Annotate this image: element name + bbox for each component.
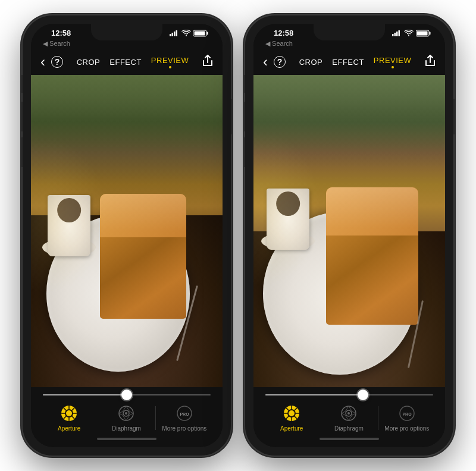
svg-text:PRO: PRO: [402, 412, 412, 416]
status-left-right: 12:58: [268, 29, 293, 37]
aperture-icon-left: [60, 404, 79, 423]
aperture-label-left: Aperture: [58, 425, 80, 432]
photo-canvas-left: [31, 75, 223, 387]
svg-rect-25: [399, 30, 400, 36]
svg-rect-3: [176, 30, 178, 36]
diaphragm-label-right: Diaphragm: [334, 425, 364, 432]
volume-up-button-right: [243, 102, 245, 131]
volume-down-button: [20, 137, 23, 167]
pro-label-left: More pro options: [162, 425, 206, 432]
pro-svg-left: PRO: [176, 405, 193, 422]
top-nav-right: ‹ ? CROP EFFECT PREVIEW: [253, 50, 445, 75]
battery-icon: [193, 30, 208, 37]
diaphragm-tool-left[interactable]: Diaphragm: [98, 404, 155, 432]
phone-screen-left: 12:58: [31, 24, 223, 447]
nav-left-left: ‹ ?: [40, 54, 63, 70]
pastry-shine-right: [326, 187, 418, 325]
pro-icon-container-left: PRO: [175, 404, 194, 423]
svg-rect-23: [394, 33, 396, 36]
aperture-icon-right: [282, 404, 301, 423]
slider-fill-right: [265, 394, 363, 395]
phone-left: 12:58: [23, 15, 231, 456]
svg-text:PRO: PRO: [180, 412, 189, 416]
crop-tab-right[interactable]: CROP: [299, 58, 323, 67]
tools-row-left: Aperture Diaphragm: [31, 404, 223, 434]
svg-rect-28: [417, 31, 428, 35]
light-right: [253, 131, 321, 288]
svg-point-41: [347, 412, 350, 415]
photo-bg-left: [31, 75, 223, 387]
crop-tab-left[interactable]: CROP: [77, 58, 101, 67]
svg-rect-5: [207, 32, 208, 34]
photo-area-left: [31, 75, 223, 387]
status-right-right: [392, 30, 431, 37]
help-button-left[interactable]: ?: [51, 56, 63, 68]
effect-tab-left[interactable]: EFFECT: [109, 58, 142, 67]
volume-down-button-right: [243, 137, 245, 167]
share-button-left[interactable]: [202, 55, 213, 69]
nav-center-right: CROP EFFECT PREVIEW: [299, 56, 412, 68]
mute-button-right: [243, 75, 245, 93]
power-button-right: [453, 99, 456, 134]
diaphragm-icon-container-right: [339, 404, 358, 423]
time-right: 12:58: [268, 29, 293, 37]
back-button-right[interactable]: ‹: [263, 54, 268, 70]
svg-rect-24: [396, 32, 398, 36]
notch-left: [91, 24, 162, 40]
help-button-right[interactable]: ?: [274, 56, 286, 68]
svg-rect-22: [392, 34, 394, 36]
slider-thumb-right[interactable]: [358, 390, 368, 400]
diaphragm-label-left: Diaphragm: [112, 425, 141, 432]
home-indicator-right: [320, 438, 379, 440]
aperture-tool-right[interactable]: Aperture: [263, 404, 320, 432]
light-left: [31, 137, 108, 294]
pro-icon-container-right: PRO: [397, 404, 416, 423]
svg-point-19: [125, 412, 127, 415]
home-indicator-left: [97, 438, 156, 440]
svg-rect-6: [195, 31, 205, 35]
pro-tool-right[interactable]: PRO More pro options: [378, 404, 436, 432]
nav-center-left: CROP EFFECT PREVIEW: [77, 56, 189, 68]
aperture-tool-left[interactable]: Aperture: [40, 404, 98, 432]
phone-screen-right: 12:58: [253, 24, 445, 447]
diaphragm-tool-right[interactable]: Diaphragm: [320, 404, 377, 432]
volume-up-button: [20, 102, 23, 131]
signal-icon-right: [392, 30, 402, 36]
slider-track-left[interactable]: [43, 394, 211, 395]
pro-svg-right: PRO: [399, 405, 415, 422]
photo-bg-right: [253, 75, 445, 387]
notch-right: [314, 24, 385, 40]
back-button-left[interactable]: ‹: [40, 54, 45, 70]
time-left: 12:58: [45, 29, 71, 37]
preview-tab-right[interactable]: PREVIEW: [374, 56, 411, 68]
tools-row-right: Aperture Diaphragm: [253, 404, 445, 434]
nav-left-right: ‹ ?: [263, 54, 286, 70]
phone-right: 12:58: [245, 15, 453, 456]
photo-canvas-right: [253, 75, 445, 387]
pastry-shine-left: [100, 194, 186, 319]
slider-track-right[interactable]: [265, 394, 433, 395]
share-button-right[interactable]: [425, 55, 436, 69]
slider-fill-left: [43, 394, 127, 395]
photo-area-right: [253, 75, 445, 387]
effect-tab-right[interactable]: EFFECT: [332, 58, 364, 67]
diaphragm-svg-left: [118, 405, 134, 422]
pro-tool-left[interactable]: PRO More pro options: [156, 404, 213, 432]
wifi-icon: [181, 30, 191, 36]
slider-thumb-left[interactable]: [121, 390, 132, 400]
aperture-label-right: Aperture: [280, 425, 303, 432]
wifi-icon-right: [404, 30, 414, 36]
power-button: [231, 99, 233, 134]
back-label-right: ◀ Search: [253, 40, 445, 50]
aperture-svg-right: [283, 405, 300, 422]
svg-rect-0: [170, 34, 171, 36]
status-right: [170, 30, 208, 37]
preview-tab-left[interactable]: PREVIEW: [151, 56, 189, 68]
back-label-left: ◀ Search: [31, 40, 223, 50]
diaphragm-svg-right: [340, 405, 357, 422]
pastry-right: [326, 187, 418, 325]
pro-label-right: More pro options: [384, 425, 429, 432]
aperture-svg-left: [61, 405, 77, 422]
top-nav-left: ‹ ? CROP EFFECT PREVIEW: [31, 50, 223, 75]
slider-row-left: [31, 394, 223, 395]
